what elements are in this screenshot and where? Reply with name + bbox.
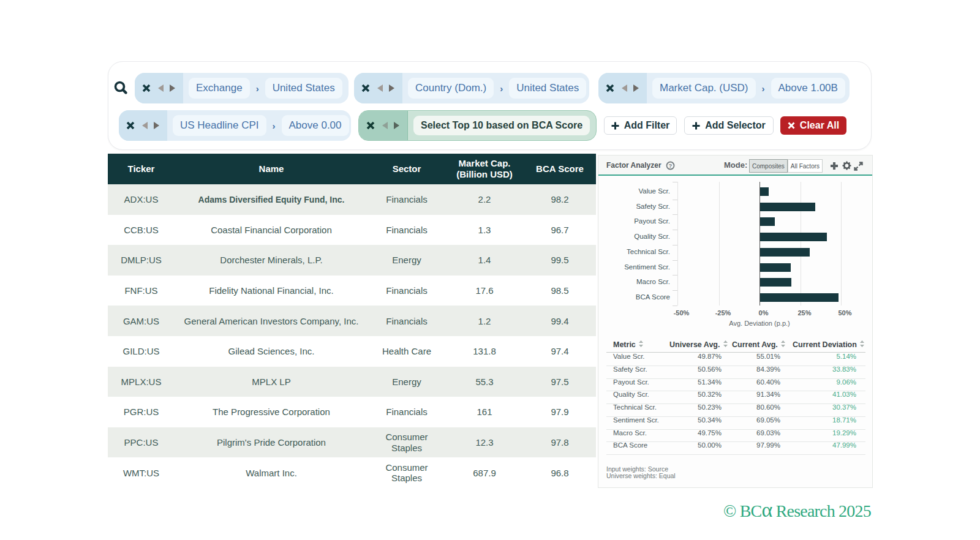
svg-text:?: ?	[669, 162, 673, 169]
